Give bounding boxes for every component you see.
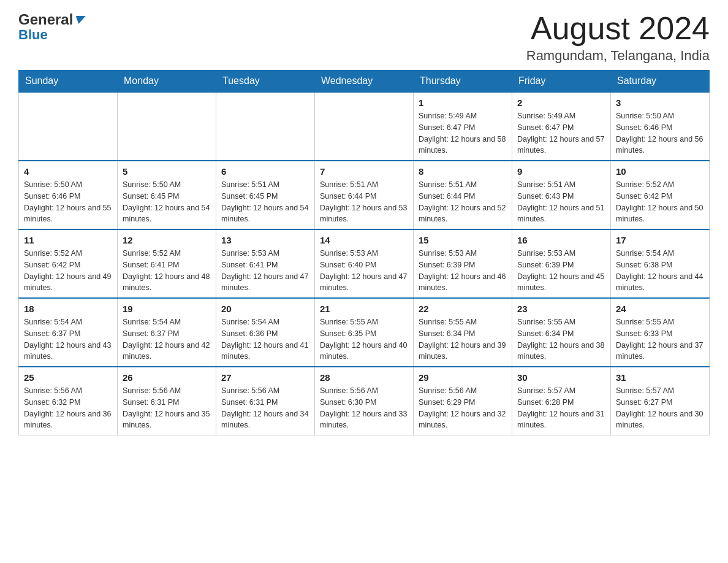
sun-info: Sunrise: 5:56 AM Sunset: 6:30 PM Dayligh… (320, 385, 408, 431)
day-number: 17 (616, 234, 704, 247)
day-number: 25 (24, 371, 112, 384)
location-text: Ramgundam, Telangana, India (526, 48, 710, 64)
table-row: 7Sunrise: 5:51 AM Sunset: 6:44 PM Daylig… (315, 161, 414, 229)
calendar-table: Sunday Monday Tuesday Wednesday Thursday… (18, 70, 710, 435)
table-row (315, 92, 414, 161)
sun-info: Sunrise: 5:54 AM Sunset: 6:37 PM Dayligh… (123, 316, 211, 362)
table-row: 12Sunrise: 5:52 AM Sunset: 6:41 PM Dayli… (118, 229, 216, 298)
sun-info: Sunrise: 5:51 AM Sunset: 6:44 PM Dayligh… (320, 179, 408, 225)
table-row: 1Sunrise: 5:49 AM Sunset: 6:47 PM Daylig… (414, 92, 512, 161)
sun-info: Sunrise: 5:52 AM Sunset: 6:41 PM Dayligh… (123, 248, 211, 294)
table-row: 9Sunrise: 5:51 AM Sunset: 6:43 PM Daylig… (512, 161, 611, 229)
table-row: 16Sunrise: 5:53 AM Sunset: 6:39 PM Dayli… (512, 229, 611, 298)
day-number: 22 (419, 302, 507, 315)
sun-info: Sunrise: 5:50 AM Sunset: 6:46 PM Dayligh… (24, 179, 112, 225)
day-number: 1 (419, 96, 507, 109)
day-number: 24 (616, 302, 704, 315)
sun-info: Sunrise: 5:52 AM Sunset: 6:42 PM Dayligh… (616, 179, 704, 225)
day-number: 31 (616, 371, 704, 384)
sun-info: Sunrise: 5:53 AM Sunset: 6:40 PM Dayligh… (320, 248, 408, 294)
day-number: 21 (320, 302, 408, 315)
day-number: 13 (221, 234, 309, 247)
table-row: 17Sunrise: 5:54 AM Sunset: 6:38 PM Dayli… (611, 229, 710, 298)
week-row-2: 4Sunrise: 5:50 AM Sunset: 6:46 PM Daylig… (19, 161, 710, 229)
sun-info: Sunrise: 5:55 AM Sunset: 6:35 PM Dayligh… (320, 316, 408, 362)
table-row: 6Sunrise: 5:51 AM Sunset: 6:45 PM Daylig… (216, 161, 315, 229)
day-number: 6 (221, 165, 309, 178)
table-row: 10Sunrise: 5:52 AM Sunset: 6:42 PM Dayli… (611, 161, 710, 229)
table-row: 28Sunrise: 5:56 AM Sunset: 6:30 PM Dayli… (315, 367, 414, 435)
col-friday: Friday (512, 71, 611, 93)
col-monday: Monday (118, 71, 216, 93)
col-sunday: Sunday (19, 71, 118, 93)
day-number: 30 (517, 371, 605, 384)
sun-info: Sunrise: 5:49 AM Sunset: 6:47 PM Dayligh… (517, 110, 605, 156)
day-number: 16 (517, 234, 605, 247)
table-row: 19Sunrise: 5:54 AM Sunset: 6:37 PM Dayli… (118, 298, 216, 367)
table-row: 2Sunrise: 5:49 AM Sunset: 6:47 PM Daylig… (512, 92, 611, 161)
table-row: 20Sunrise: 5:54 AM Sunset: 6:36 PM Dayli… (216, 298, 315, 367)
table-row: 22Sunrise: 5:55 AM Sunset: 6:34 PM Dayli… (414, 298, 512, 367)
sun-info: Sunrise: 5:52 AM Sunset: 6:42 PM Dayligh… (24, 248, 112, 294)
day-number: 23 (517, 302, 605, 315)
day-number: 20 (221, 302, 309, 315)
table-row: 26Sunrise: 5:56 AM Sunset: 6:31 PM Dayli… (118, 367, 216, 435)
table-row: 13Sunrise: 5:53 AM Sunset: 6:41 PM Dayli… (216, 229, 315, 298)
day-number: 3 (616, 96, 704, 109)
table-row: 18Sunrise: 5:54 AM Sunset: 6:37 PM Dayli… (19, 298, 118, 367)
sun-info: Sunrise: 5:55 AM Sunset: 6:33 PM Dayligh… (616, 316, 704, 362)
day-number: 9 (517, 165, 605, 178)
sun-info: Sunrise: 5:56 AM Sunset: 6:31 PM Dayligh… (123, 385, 211, 431)
sun-info: Sunrise: 5:55 AM Sunset: 6:34 PM Dayligh… (517, 316, 605, 362)
day-number: 4 (24, 165, 112, 178)
table-row: 5Sunrise: 5:50 AM Sunset: 6:45 PM Daylig… (118, 161, 216, 229)
sun-info: Sunrise: 5:49 AM Sunset: 6:47 PM Dayligh… (419, 110, 507, 156)
table-row: 8Sunrise: 5:51 AM Sunset: 6:44 PM Daylig… (414, 161, 512, 229)
sun-info: Sunrise: 5:53 AM Sunset: 6:41 PM Dayligh… (221, 248, 309, 294)
day-number: 5 (123, 165, 211, 178)
week-row-4: 18Sunrise: 5:54 AM Sunset: 6:37 PM Dayli… (19, 298, 710, 367)
sun-info: Sunrise: 5:54 AM Sunset: 6:36 PM Dayligh… (221, 316, 309, 362)
table-row (216, 92, 315, 161)
sun-info: Sunrise: 5:56 AM Sunset: 6:29 PM Dayligh… (419, 385, 507, 431)
col-saturday: Saturday (611, 71, 710, 93)
sun-info: Sunrise: 5:56 AM Sunset: 6:32 PM Dayligh… (24, 385, 112, 431)
day-number: 19 (123, 302, 211, 315)
table-row: 14Sunrise: 5:53 AM Sunset: 6:40 PM Dayli… (315, 229, 414, 298)
sun-info: Sunrise: 5:57 AM Sunset: 6:27 PM Dayligh… (616, 385, 704, 431)
sun-info: Sunrise: 5:54 AM Sunset: 6:38 PM Dayligh… (616, 248, 704, 294)
day-number: 28 (320, 371, 408, 384)
sun-info: Sunrise: 5:50 AM Sunset: 6:46 PM Dayligh… (616, 110, 704, 156)
sun-info: Sunrise: 5:57 AM Sunset: 6:28 PM Dayligh… (517, 385, 605, 431)
day-number: 11 (24, 234, 112, 247)
sun-info: Sunrise: 5:51 AM Sunset: 6:45 PM Dayligh… (221, 179, 309, 225)
table-row: 21Sunrise: 5:55 AM Sunset: 6:35 PM Dayli… (315, 298, 414, 367)
table-row (118, 92, 216, 161)
day-number: 29 (419, 371, 507, 384)
table-row: 25Sunrise: 5:56 AM Sunset: 6:32 PM Dayli… (19, 367, 118, 435)
table-row: 27Sunrise: 5:56 AM Sunset: 6:31 PM Dayli… (216, 367, 315, 435)
sun-info: Sunrise: 5:53 AM Sunset: 6:39 PM Dayligh… (419, 248, 507, 294)
sun-info: Sunrise: 5:54 AM Sunset: 6:37 PM Dayligh… (24, 316, 112, 362)
sun-info: Sunrise: 5:50 AM Sunset: 6:45 PM Dayligh… (123, 179, 211, 225)
day-number: 10 (616, 165, 704, 178)
day-number: 12 (123, 234, 211, 247)
sun-info: Sunrise: 5:51 AM Sunset: 6:44 PM Dayligh… (419, 179, 507, 225)
day-number: 27 (221, 371, 309, 384)
table-row: 29Sunrise: 5:56 AM Sunset: 6:29 PM Dayli… (414, 367, 512, 435)
week-row-5: 25Sunrise: 5:56 AM Sunset: 6:32 PM Dayli… (19, 367, 710, 435)
sun-info: Sunrise: 5:53 AM Sunset: 6:39 PM Dayligh… (517, 248, 605, 294)
table-row: 30Sunrise: 5:57 AM Sunset: 6:28 PM Dayli… (512, 367, 611, 435)
day-number: 18 (24, 302, 112, 315)
sun-info: Sunrise: 5:51 AM Sunset: 6:43 PM Dayligh… (517, 179, 605, 225)
col-wednesday: Wednesday (315, 71, 414, 93)
col-tuesday: Tuesday (216, 71, 315, 93)
table-row (19, 92, 118, 161)
calendar-header-row: Sunday Monday Tuesday Wednesday Thursday… (19, 71, 710, 93)
week-row-1: 1Sunrise: 5:49 AM Sunset: 6:47 PM Daylig… (19, 92, 710, 161)
day-number: 2 (517, 96, 605, 109)
logo-blue-text: Blue (18, 28, 48, 42)
day-number: 8 (419, 165, 507, 178)
table-row: 3Sunrise: 5:50 AM Sunset: 6:46 PM Daylig… (611, 92, 710, 161)
table-row: 4Sunrise: 5:50 AM Sunset: 6:46 PM Daylig… (19, 161, 118, 229)
